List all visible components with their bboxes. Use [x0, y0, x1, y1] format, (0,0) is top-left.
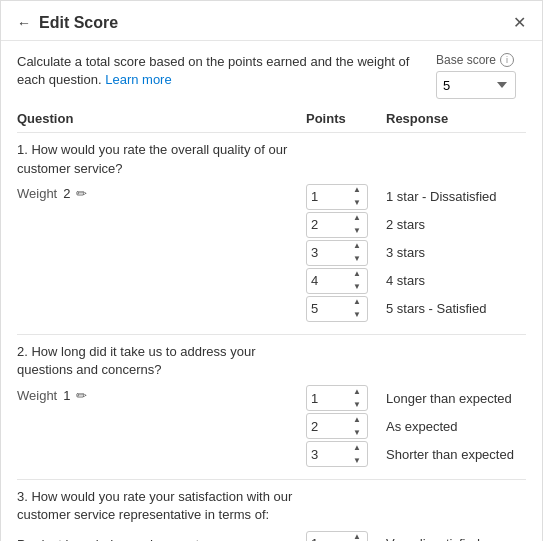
- base-score-select[interactable]: 5 1 2 3 4: [436, 71, 516, 99]
- q1-r1-points-input[interactable]: 1 ▲ ▼: [306, 184, 368, 210]
- q2-r2-points-input[interactable]: 2 ▲ ▼: [306, 413, 368, 439]
- col-points-header: Points: [306, 111, 386, 126]
- q1-r2-points-input[interactable]: 2 ▲ ▼: [306, 212, 368, 238]
- edit-score-dialog: ← Edit Score ✕ Calculate a total score b…: [0, 0, 543, 541]
- dialog-title: Edit Score: [39, 14, 513, 32]
- q1-r4-down[interactable]: ▼: [351, 281, 363, 294]
- question-section-3: 3. How would you rate your satisfaction …: [17, 488, 526, 541]
- q1-r3-up[interactable]: ▲: [351, 240, 363, 253]
- q2-r3-label: Shorter than expected: [386, 447, 526, 462]
- q1-r5-label: 5 stars - Satisfied: [386, 301, 526, 316]
- q1-r4-up[interactable]: ▲: [351, 268, 363, 281]
- q2-r3-points-input[interactable]: 3 ▲ ▼: [306, 441, 368, 467]
- table-row: 4 ▲ ▼ 4 stars: [17, 268, 526, 294]
- q2-weight-row: Weight 1 ✏: [17, 388, 306, 403]
- learn-more-link[interactable]: Learn more: [105, 72, 171, 87]
- q2-r3-up[interactable]: ▲: [351, 441, 363, 454]
- dialog-header: ← Edit Score ✕: [1, 1, 542, 41]
- q1-r4-points-input[interactable]: 4 ▲ ▼: [306, 268, 368, 294]
- q2-r1-label: Longer than expected: [386, 391, 526, 406]
- table-row: 3 ▲ ▼ Shorter than expected: [17, 441, 526, 467]
- q1-r1-points-val: 1: [311, 189, 318, 204]
- q3-r1-label: Very dissatisfied: [386, 536, 526, 541]
- close-button[interactable]: ✕: [513, 13, 526, 32]
- q2-r2-up[interactable]: ▲: [351, 413, 363, 426]
- top-section: Calculate a total score based on the poi…: [17, 53, 526, 101]
- q1-r5-up[interactable]: ▲: [351, 296, 363, 309]
- q2-r1-points-input[interactable]: 1 ▲ ▼: [306, 385, 368, 411]
- table-row: Weight 1 ✏ 1 ▲ ▼ Longer than ex: [17, 385, 526, 411]
- q2-r1-up[interactable]: ▲: [351, 385, 363, 398]
- q2-text: 2. How long did it take us to address yo…: [17, 343, 306, 379]
- q2-responses: Weight 1 ✏ 1 ▲ ▼ Longer than ex: [17, 385, 526, 467]
- q1-r5-down[interactable]: ▼: [351, 309, 363, 322]
- question-section-2: 2. How long did it take us to address yo…: [17, 343, 526, 467]
- divider-2: [17, 479, 526, 480]
- table-header: Question Points Response: [17, 105, 526, 133]
- divider-1: [17, 334, 526, 335]
- q1-r3-label: 3 stars: [386, 245, 526, 260]
- q1-r1-up[interactable]: ▲: [351, 184, 363, 197]
- base-score-col: Base score i 5 1 2 3 4: [436, 53, 526, 101]
- q1-r1-points-wrap: 1 ▲ ▼: [306, 184, 386, 210]
- description-col: Calculate a total score based on the poi…: [17, 53, 436, 101]
- q3-r1-points-input[interactable]: 1 ▲ ▼: [306, 531, 368, 542]
- col-question-header: Question: [17, 111, 306, 126]
- q2-r2-down[interactable]: ▼: [351, 426, 363, 439]
- q1-responses: Weight 2 ✏ 1 ▲ ▼ 1 star - Dissa: [17, 184, 526, 322]
- q3-r1-up[interactable]: ▲: [351, 531, 363, 542]
- q2-r3-down[interactable]: ▼: [351, 454, 363, 467]
- q2-r1-down[interactable]: ▼: [351, 398, 363, 411]
- q1-header-row: 1. How would you rate the overall qualit…: [17, 141, 526, 183]
- q3-sub1-label: Product knowledge and competence: [17, 537, 306, 541]
- table-row: 2 ▲ ▼ As expected: [17, 413, 526, 439]
- q1-r1-label: 1 star - Dissatisfied: [386, 189, 526, 204]
- q1-r4-label: 4 stars: [386, 273, 526, 288]
- table-row: Weight 2 ✏ 1 ▲ ▼ 1 star - Dissa: [17, 184, 526, 210]
- q1-r5-points-input[interactable]: 5 ▲ ▼: [306, 296, 368, 322]
- table-row: 5 ▲ ▼ 5 stars - Satisfied: [17, 296, 526, 322]
- q1-r2-label: 2 stars: [386, 217, 526, 232]
- q2-r2-label: As expected: [386, 419, 526, 434]
- info-icon[interactable]: i: [500, 53, 514, 67]
- q1-r1-down[interactable]: ▼: [351, 197, 363, 210]
- table-row: 3 ▲ ▼ 3 stars: [17, 240, 526, 266]
- q1-weight-value: 2: [63, 186, 70, 201]
- q1-r3-down[interactable]: ▼: [351, 253, 363, 266]
- col-response-header: Response: [386, 111, 526, 126]
- q1-weight-edit[interactable]: ✏: [76, 186, 87, 201]
- question-section-1: 1. How would you rate the overall qualit…: [17, 141, 526, 321]
- q3-text: 3. How would you rate your satisfaction …: [17, 488, 306, 524]
- q1-weight-row: Weight 2 ✏: [17, 186, 306, 201]
- q1-r2-down[interactable]: ▼: [351, 225, 363, 238]
- q1-text: 1. How would you rate the overall qualit…: [17, 141, 306, 177]
- q1-r2-up[interactable]: ▲: [351, 212, 363, 225]
- q1-r3-points-input[interactable]: 3 ▲ ▼: [306, 240, 368, 266]
- dialog-body: Calculate a total score based on the poi…: [1, 41, 542, 541]
- q3-responses: Product knowledge and competence 1 ▲ ▼ V…: [17, 531, 526, 542]
- table-row: Product knowledge and competence 1 ▲ ▼ V…: [17, 531, 526, 542]
- q2-weight-edit[interactable]: ✏: [76, 388, 87, 403]
- table-row: 2 ▲ ▼ 2 stars: [17, 212, 526, 238]
- base-score-label: Base score i: [436, 53, 514, 67]
- description-text: Calculate a total score based on the poi…: [17, 53, 436, 89]
- q1-weight-label: Weight: [17, 186, 57, 201]
- q3-header-row: 3. How would you rate your satisfaction …: [17, 488, 526, 530]
- back-button[interactable]: ←: [17, 15, 31, 31]
- q2-header-row: 2. How long did it take us to address yo…: [17, 343, 526, 385]
